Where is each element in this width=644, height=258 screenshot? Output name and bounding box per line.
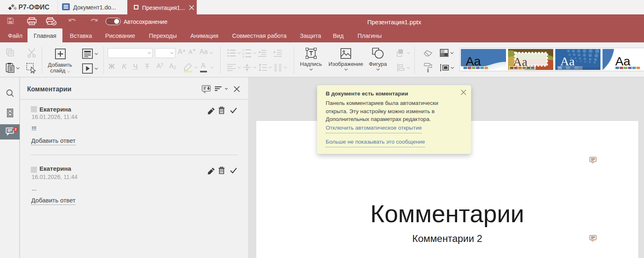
svg-text:Aa: Aa <box>560 54 575 68</box>
svg-text:Aa: Aa <box>615 54 630 68</box>
svg-text:Aa: Aa <box>466 54 481 68</box>
svg-text:Aa: Aa <box>513 55 527 68</box>
svg-text:3: 3 <box>242 55 244 58</box>
